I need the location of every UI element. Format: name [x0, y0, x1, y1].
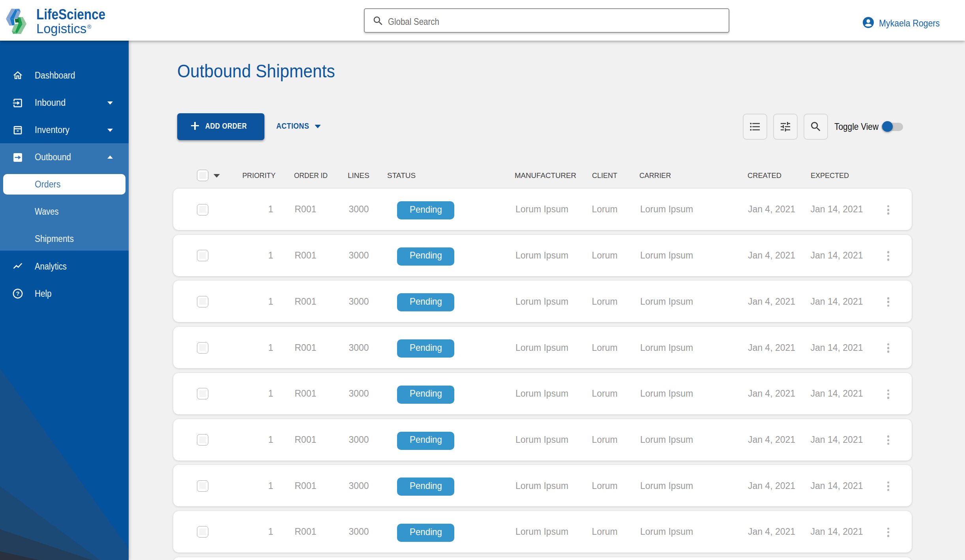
svg-text:?: ? [16, 290, 20, 297]
